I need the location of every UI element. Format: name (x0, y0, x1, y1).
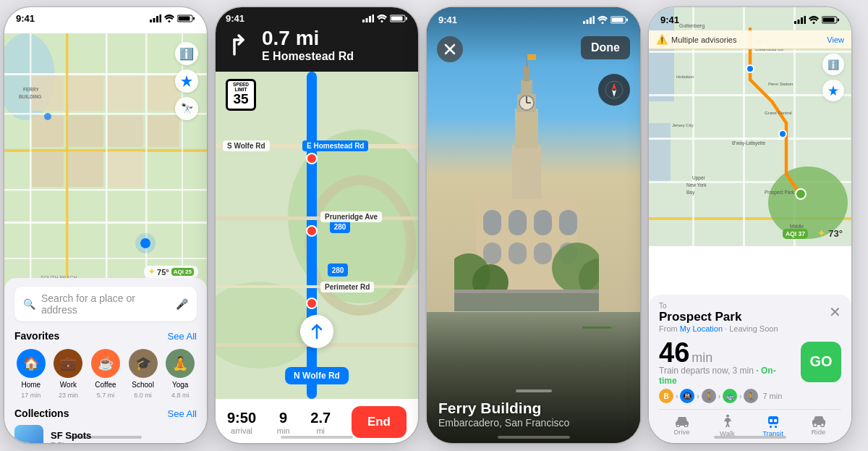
svg-rect-40 (366, 18, 368, 22)
info-button[interactable]: ℹ️ (175, 42, 198, 65)
svg-point-123 (796, 189, 806, 199)
go-button[interactable]: GO (801, 342, 841, 382)
favorite-coffee[interactable]: ☕ Coffee 5.7 mi (89, 349, 122, 399)
svg-rect-59 (216, 285, 418, 288)
svg-point-35 (169, 20, 171, 22)
svg-rect-33 (156, 16, 158, 22)
svg-rect-68 (534, 210, 552, 235)
nav-minutes: 9 min (277, 410, 290, 435)
svg-rect-13 (32, 75, 64, 111)
svg-text:Prospect Park: Prospect Park (765, 190, 795, 195)
svg-text:Bay: Bay (686, 190, 695, 195)
svg-rect-108 (823, 18, 835, 22)
tab-walk[interactable]: Walk (705, 414, 750, 437)
close-transit-button[interactable]: ✕ (829, 303, 841, 321)
transit-icon-walk-2: 🚶 (744, 389, 758, 403)
svg-rect-80 (521, 80, 532, 96)
tab-drive[interactable]: Drive (659, 414, 705, 437)
ride-icon (810, 414, 827, 427)
ferry-building-svg (454, 51, 599, 311)
binoculars-button[interactable]: 🔭 (175, 97, 198, 120)
location-arrow-icon (181, 75, 192, 87)
tab-transit[interactable]: Transit (750, 414, 796, 437)
transit-locate-button[interactable] (822, 80, 844, 101)
transit-train-detail: Train departs now, 3 min · On-time (659, 366, 793, 386)
compass-button[interactable] (598, 74, 630, 106)
phone-1-maps-overview: FERRY BUILDING SOUTH BEACH RINCON HILL 9… (4, 7, 207, 443)
svg-rect-75 (515, 109, 538, 148)
transit-temp-badge: ✦ 73° (817, 228, 843, 239)
walk-time-label: 7 min (762, 392, 782, 400)
location-button[interactable] (175, 69, 198, 93)
svg-rect-58 (216, 216, 418, 220)
collections-see-all[interactable]: See All (168, 408, 197, 419)
end-button[interactable]: End (352, 406, 407, 438)
svg-point-105 (813, 22, 815, 24)
search-placeholder: Search for a place or address (41, 292, 170, 316)
svg-point-1 (4, 33, 55, 120)
svg-rect-32 (153, 18, 156, 22)
transit-time-value: 46 (659, 337, 689, 368)
locate-icon (828, 85, 838, 96)
advisory-view-link[interactable]: View (827, 35, 844, 44)
svg-point-148 (813, 423, 817, 427)
drive-icon (674, 414, 690, 427)
svg-rect-143 (770, 426, 772, 428)
svg-rect-113 (649, 94, 851, 96)
svg-rect-107 (838, 19, 839, 22)
svg-point-121 (746, 65, 754, 72)
yoga-icon: 🧘 (166, 349, 195, 378)
arrival-label: arrival (227, 426, 256, 435)
transit-destination-header: To Prospect Park From My Location · Leav… (659, 302, 841, 333)
turn-arrow-icon (226, 31, 255, 60)
home-indicator-4 (714, 436, 786, 439)
lookaround-close-button[interactable] (437, 36, 463, 62)
svg-rect-90 (583, 21, 585, 24)
svg-point-140 (684, 424, 687, 427)
search-bar[interactable]: 🔍 Search for a place or address 🎤 (14, 287, 197, 321)
favorite-home[interactable]: 🏠 Home 17 min (14, 349, 48, 399)
turn-instruction: 0.7 mi E Homestead Rd (226, 28, 408, 63)
svg-point-139 (676, 424, 679, 427)
svg-rect-81 (524, 65, 529, 81)
svg-rect-19 (32, 151, 64, 187)
from-location[interactable]: My Location (680, 324, 723, 333)
svg-point-56 (307, 298, 317, 308)
tab-ride[interactable]: Ride (796, 414, 841, 437)
favorite-work[interactable]: 💼 Work 23 min (52, 349, 85, 399)
work-sublabel: 23 min (59, 392, 78, 399)
svg-rect-37 (193, 17, 195, 20)
svg-rect-9 (66, 33, 69, 301)
status-bar-lookaround: 9:41 (427, 7, 640, 28)
svg-rect-101 (794, 21, 796, 24)
svg-point-141 (726, 415, 729, 418)
walk-icon (722, 414, 733, 429)
advisory-bar: ⚠️ Multiple advisories View (649, 30, 851, 49)
svg-text:Upper: Upper (692, 175, 706, 181)
svg-rect-83 (527, 54, 536, 60)
transit-time-row: 46 min Train departs now, 3 min · On-tim… (659, 337, 841, 386)
transit-info-button[interactable]: ℹ️ (822, 54, 844, 75)
transit-aqi-badge: AQI 37 (783, 229, 808, 239)
favorite-school[interactable]: 🎓 School 6.0 mi (127, 349, 160, 399)
svg-rect-34 (160, 14, 162, 22)
favorite-yoga[interactable]: 🧘 Yoga 4.8 mi (163, 349, 197, 399)
drag-handle (516, 389, 552, 392)
favorites-row: 🏠 Home 17 min 💼 Work 23 min ☕ Coffee 5.7… (14, 349, 197, 399)
svg-rect-70 (483, 243, 501, 264)
home-indicator-2 (281, 436, 353, 439)
minutes-value: 9 (277, 410, 290, 426)
svg-rect-8 (30, 33, 32, 301)
svg-rect-69 (559, 210, 577, 235)
svg-rect-71 (509, 243, 527, 264)
favorites-see-all[interactable]: See All (168, 331, 197, 342)
collections-row[interactable]: SF Spots 7 Places (14, 425, 197, 443)
done-button[interactable]: Done (581, 36, 630, 59)
temperature-star: ✦ (148, 267, 155, 277)
svg-point-43 (381, 20, 383, 22)
nav-arrow-button[interactable] (300, 315, 333, 348)
svg-rect-146 (774, 419, 777, 422)
favorites-title: Favorites (14, 330, 59, 342)
transit-icon-bus: 🚌 (723, 389, 737, 403)
status-time-nav: 9:41 (226, 13, 244, 24)
